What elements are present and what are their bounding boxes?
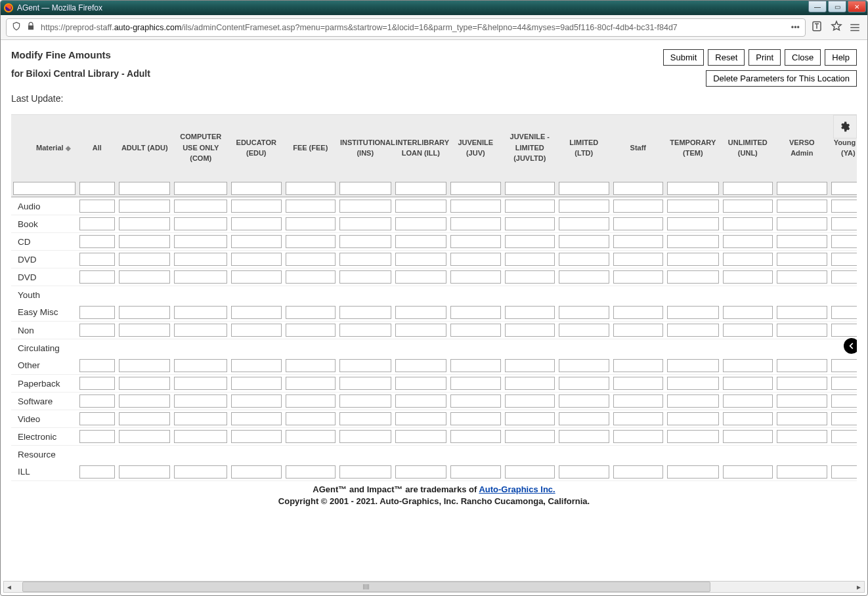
amount-input[interactable] bbox=[286, 270, 336, 284]
column-header[interactable]: JUVENILE - LIMITED (JUVLTD) bbox=[503, 115, 557, 181]
amount-input[interactable] bbox=[667, 217, 719, 230]
reader-mode-icon[interactable] bbox=[811, 20, 823, 34]
amount-input[interactable] bbox=[559, 253, 609, 266]
amount-input[interactable] bbox=[723, 324, 773, 337]
amount-input[interactable] bbox=[613, 377, 664, 390]
amount-input[interactable] bbox=[667, 359, 719, 372]
scroll-right-arrow-icon[interactable]: ► bbox=[854, 582, 864, 592]
amount-input[interactable] bbox=[777, 253, 827, 266]
amount-input[interactable] bbox=[119, 253, 171, 266]
amount-input[interactable] bbox=[395, 394, 447, 408]
amount-input[interactable] bbox=[831, 270, 857, 284]
amount-input[interactable] bbox=[831, 394, 857, 408]
column-header[interactable]: FEE (FEE) bbox=[284, 115, 338, 181]
amount-input[interactable] bbox=[450, 200, 501, 213]
scroll-track[interactable] bbox=[14, 582, 854, 592]
amount-input[interactable] bbox=[79, 465, 115, 479]
submit-button[interactable]: Submit bbox=[663, 49, 704, 66]
amount-input[interactable] bbox=[723, 359, 773, 372]
amount-input[interactable] bbox=[79, 217, 115, 230]
column-header[interactable]: INTERLIBRARY LOAN (ILL) bbox=[393, 115, 449, 181]
amount-input[interactable] bbox=[231, 200, 282, 213]
column-filter-input[interactable] bbox=[119, 182, 171, 195]
amount-input[interactable] bbox=[613, 306, 664, 319]
column-filter-input[interactable] bbox=[723, 182, 773, 195]
amount-input[interactable] bbox=[119, 412, 171, 425]
column-header[interactable]: UNLIMITED (UNL) bbox=[721, 115, 775, 181]
amount-input[interactable] bbox=[286, 235, 336, 248]
amount-input[interactable] bbox=[174, 394, 227, 408]
amount-input[interactable] bbox=[831, 324, 857, 337]
column-header[interactable]: VERSO Admin bbox=[775, 115, 829, 181]
amount-input[interactable] bbox=[286, 430, 336, 443]
amount-input[interactable] bbox=[339, 324, 391, 337]
amount-input[interactable] bbox=[231, 270, 282, 284]
amount-input[interactable] bbox=[339, 217, 391, 230]
amount-input[interactable] bbox=[286, 324, 336, 337]
amount-input[interactable] bbox=[395, 359, 447, 372]
maximize-button[interactable]: ▭ bbox=[828, 1, 846, 12]
amount-input[interactable] bbox=[395, 217, 447, 230]
amount-input[interactable] bbox=[231, 430, 282, 443]
amount-input[interactable] bbox=[174, 324, 227, 337]
amount-input[interactable] bbox=[119, 217, 171, 230]
column-filter-input[interactable] bbox=[450, 182, 501, 195]
amount-input[interactable] bbox=[174, 200, 227, 213]
amount-input[interactable] bbox=[559, 270, 609, 284]
amount-input[interactable] bbox=[723, 412, 773, 425]
amount-input[interactable] bbox=[79, 377, 115, 390]
amount-input[interactable] bbox=[505, 465, 555, 479]
amount-input[interactable] bbox=[831, 253, 857, 266]
column-filter-input[interactable] bbox=[667, 182, 719, 195]
amount-input[interactable] bbox=[174, 430, 227, 443]
amount-input[interactable] bbox=[505, 324, 555, 337]
amount-input[interactable] bbox=[723, 253, 773, 266]
amount-input[interactable] bbox=[231, 324, 282, 337]
amount-input[interactable] bbox=[174, 253, 227, 266]
amount-input[interactable] bbox=[831, 430, 857, 443]
amount-input[interactable] bbox=[777, 270, 827, 284]
column-header[interactable]: All bbox=[77, 115, 117, 181]
amount-input[interactable] bbox=[119, 200, 171, 213]
amount-input[interactable] bbox=[339, 430, 391, 443]
amount-input[interactable] bbox=[79, 394, 115, 408]
amount-input[interactable] bbox=[613, 270, 664, 284]
amount-input[interactable] bbox=[723, 430, 773, 443]
amount-input[interactable] bbox=[395, 465, 447, 479]
amount-input[interactable] bbox=[505, 217, 555, 230]
minimize-button[interactable]: — bbox=[808, 1, 827, 12]
amount-input[interactable] bbox=[395, 253, 447, 266]
amount-input[interactable] bbox=[723, 394, 773, 408]
amount-input[interactable] bbox=[119, 324, 171, 337]
amount-input[interactable] bbox=[174, 377, 227, 390]
amount-input[interactable] bbox=[450, 377, 501, 390]
amount-input[interactable] bbox=[79, 200, 115, 213]
amount-input[interactable] bbox=[231, 394, 282, 408]
scroll-thumb[interactable] bbox=[22, 582, 710, 592]
column-header[interactable]: COMPUTER USE ONLY (COM) bbox=[172, 115, 229, 181]
amount-input[interactable] bbox=[667, 394, 719, 408]
amount-input[interactable] bbox=[339, 394, 391, 408]
amount-input[interactable] bbox=[777, 324, 827, 337]
amount-input[interactable] bbox=[395, 235, 447, 248]
url-bar[interactable]: https://preprod-staff.auto-graphics.com/… bbox=[6, 18, 806, 37]
amount-input[interactable] bbox=[613, 394, 664, 408]
amount-input[interactable] bbox=[777, 359, 827, 372]
amount-input[interactable] bbox=[119, 430, 171, 443]
amount-input[interactable] bbox=[450, 253, 501, 266]
amount-input[interactable] bbox=[174, 359, 227, 372]
ellipsis-icon[interactable]: ••• bbox=[791, 23, 800, 32]
amount-input[interactable] bbox=[613, 200, 664, 213]
amount-input[interactable] bbox=[231, 377, 282, 390]
amount-input[interactable] bbox=[613, 359, 664, 372]
amount-input[interactable] bbox=[79, 412, 115, 425]
amount-input[interactable] bbox=[777, 430, 827, 443]
amount-input[interactable] bbox=[667, 200, 719, 213]
column-header[interactable]: JUVENILE (JUV) bbox=[448, 115, 503, 181]
amount-input[interactable] bbox=[831, 377, 857, 390]
amount-input[interactable] bbox=[119, 306, 171, 319]
amount-input[interactable] bbox=[777, 412, 827, 425]
amount-input[interactable] bbox=[174, 235, 227, 248]
amount-input[interactable] bbox=[119, 465, 171, 479]
amount-input[interactable] bbox=[286, 377, 336, 390]
